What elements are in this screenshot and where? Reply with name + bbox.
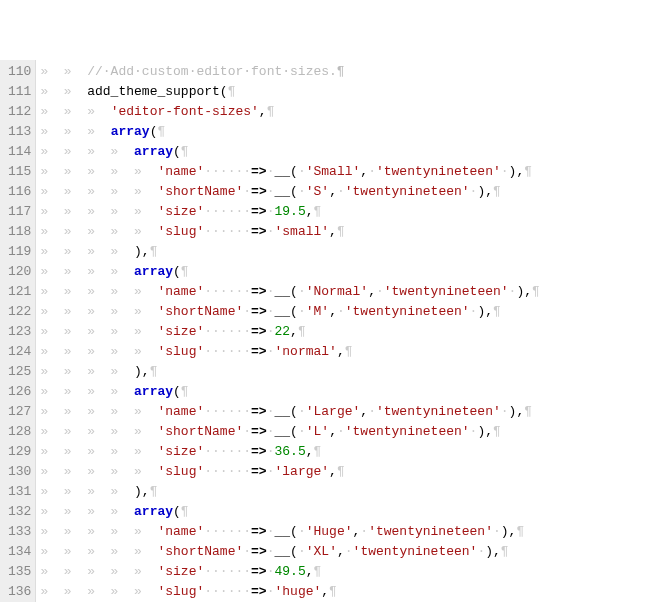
line-number: 117 [8, 202, 31, 222]
token-string: 'L' [306, 424, 329, 439]
token-ws: » » » » » [40, 304, 157, 319]
token-string: 'shortName' [157, 544, 243, 559]
token-op: => [251, 324, 267, 339]
token-func: __ [274, 524, 290, 539]
token-ws: · [243, 304, 251, 319]
token-ws: · [501, 164, 509, 179]
line-number: 129 [8, 442, 31, 462]
code-line[interactable]: » » » » » 'slug'······=>·'large',¶ [40, 462, 659, 482]
code-line[interactable]: » » » » » 'size'······=>·19.5,¶ [40, 202, 659, 222]
token-string: 'Small' [306, 164, 361, 179]
token-ws: · [368, 404, 376, 419]
code-line[interactable]: » » » » array(¶ [40, 262, 659, 282]
token-func: __ [275, 544, 291, 559]
token-punct: , [306, 444, 314, 459]
token-ws: » » » [40, 124, 110, 139]
line-number: 133 [8, 522, 31, 542]
token-num: 19.5 [274, 204, 305, 219]
token-punct: ( [290, 404, 298, 419]
token-op: => [251, 404, 267, 419]
token-punct: ( [290, 424, 298, 439]
line-number: 124 [8, 342, 31, 362]
line-number: 136 [8, 582, 31, 602]
token-ws: · [243, 184, 251, 199]
token-ws: · [345, 544, 353, 559]
token-punct: ( [290, 164, 298, 179]
code-line[interactable]: » » » » » 'shortName'·=>·__(·'S',·'twent… [40, 182, 659, 202]
code-line[interactable]: » » » » » 'name'······=>·__(·'Normal',·'… [40, 282, 659, 302]
token-punct: ( [290, 184, 298, 199]
token-string: 'name' [157, 404, 204, 419]
token-ws: ······ [204, 564, 251, 579]
token-ws: ¶ [267, 104, 275, 119]
token-punct: ( [173, 384, 181, 399]
line-number: 115 [8, 162, 31, 182]
token-ws: ¶ [150, 364, 158, 379]
token-ws: » » » » » [40, 404, 157, 419]
token-func: __ [275, 184, 291, 199]
line-number-gutter: 1101111121131141151161171181191201211221… [0, 60, 36, 602]
token-ws: · [267, 304, 275, 319]
token-keyword: array [134, 144, 173, 159]
token-op: => [251, 584, 267, 599]
token-punct: ), [134, 244, 150, 259]
code-line[interactable]: » » » » » 'slug'······=>·'huge',¶ [40, 582, 659, 602]
token-ws: » » » » » [40, 564, 157, 579]
token-op: => [251, 564, 267, 579]
code-line[interactable]: » » » array(¶ [40, 122, 659, 142]
token-op: => [251, 164, 267, 179]
code-line[interactable]: » » » » ),¶ [40, 482, 659, 502]
code-line[interactable]: » » » 'editor-font-sizes',¶ [40, 102, 659, 122]
line-number: 116 [8, 182, 31, 202]
line-number: 128 [8, 422, 31, 442]
code-line[interactable]: » » » » array(¶ [40, 142, 659, 162]
line-number: 110 [8, 62, 31, 82]
token-ws: ······ [204, 464, 251, 479]
code-line[interactable]: » » » » » 'size'······=>·49.5,¶ [40, 562, 659, 582]
token-string: 'name' [157, 524, 204, 539]
token-punct: , [321, 584, 329, 599]
code-line[interactable]: » » » » » 'name'······=>·__(·'Huge',·'tw… [40, 522, 659, 542]
code-editor[interactable]: 1101111121131141151161171181191201211221… [0, 60, 659, 602]
token-punct: , [360, 164, 368, 179]
token-ws: ¶ [298, 324, 306, 339]
code-line[interactable]: » » » » » 'size'······=>·36.5,¶ [40, 442, 659, 462]
code-line[interactable]: » » » » » 'shortName'·=>·__(·'M',·'twent… [40, 302, 659, 322]
code-line[interactable]: » » » » » 'name'······=>·__(·'Small',·'t… [40, 162, 659, 182]
token-ws: » » » » » [40, 584, 157, 599]
token-num: 36.5 [274, 444, 305, 459]
code-line[interactable]: » » » » » 'slug'······=>·'small',¶ [40, 222, 659, 242]
token-string: 'twentynineteen' [368, 524, 493, 539]
code-line[interactable]: » » » » ),¶ [40, 242, 659, 262]
code-area[interactable]: » » //·Add·custom·editor·font·sizes.¶» »… [36, 60, 659, 602]
line-number: 119 [8, 242, 31, 262]
code-line[interactable]: » » » » » 'shortName'·=>·__(·'L',·'twent… [40, 422, 659, 442]
token-punct: ( [290, 544, 298, 559]
token-ws: ¶ [524, 164, 532, 179]
line-number: 118 [8, 222, 31, 242]
code-line[interactable]: » » » » array(¶ [40, 502, 659, 522]
code-line[interactable]: » » » » array(¶ [40, 382, 659, 402]
token-punct: ), [501, 524, 517, 539]
code-line[interactable]: » » » » » 'slug'······=>·'normal',¶ [40, 342, 659, 362]
token-ws: · [337, 184, 345, 199]
token-ws: ······ [204, 204, 251, 219]
code-line[interactable]: » » » » ),¶ [40, 362, 659, 382]
code-line[interactable]: » » add_theme_support(¶ [40, 82, 659, 102]
token-func: __ [275, 304, 291, 319]
token-op: => [251, 444, 267, 459]
token-func: __ [274, 164, 290, 179]
token-ws: · [243, 424, 251, 439]
token-ws: » » » » » [40, 284, 157, 299]
token-num: 22 [274, 324, 290, 339]
token-ws: · [337, 304, 345, 319]
token-ws: · [243, 544, 251, 559]
code-line[interactable]: » » » » » 'name'······=>·__(·'Large',·'t… [40, 402, 659, 422]
code-line[interactable]: » » //·Add·custom·editor·font·sizes.¶ [40, 62, 659, 82]
code-line[interactable]: » » » » » 'shortName'·=>·__(·'XL',·'twen… [40, 542, 659, 562]
token-ws: ······ [204, 524, 251, 539]
token-string: 'size' [157, 564, 204, 579]
code-line[interactable]: » » » » » 'size'······=>·22,¶ [40, 322, 659, 342]
token-punct: ( [290, 524, 298, 539]
token-op: => [251, 544, 267, 559]
